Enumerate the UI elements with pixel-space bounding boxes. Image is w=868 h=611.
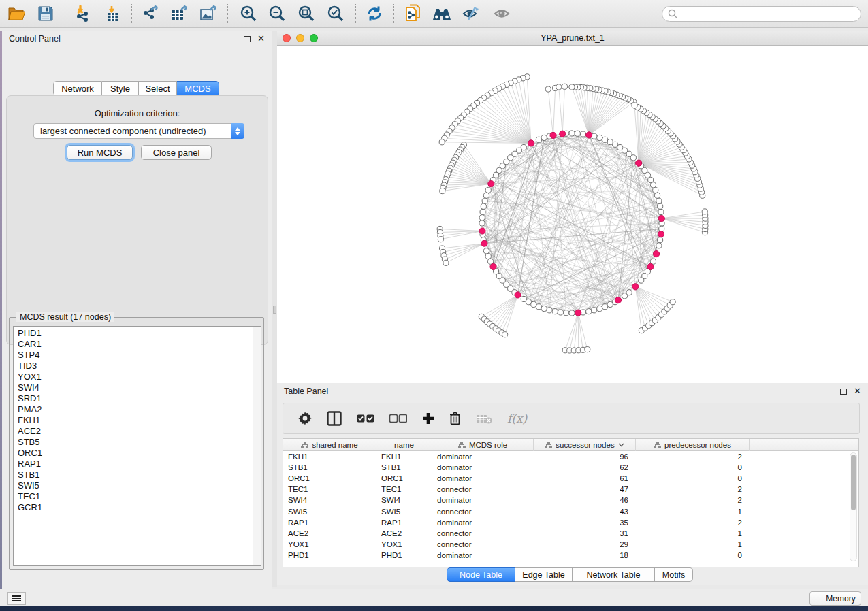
table-row[interactable]: ORC1ORC1dominator610 (283, 473, 858, 484)
graph-node[interactable] (607, 301, 613, 307)
first-neighbors-button[interactable] (430, 3, 453, 24)
result-scrollbar[interactable] (253, 327, 261, 565)
graph-node[interactable] (656, 198, 662, 203)
graph-node[interactable] (483, 193, 489, 198)
graph-node[interactable] (597, 135, 602, 140)
result-list-item[interactable]: SRD1 (18, 393, 42, 404)
mcds-hub-node[interactable] (615, 297, 621, 303)
mcds-hub-node[interactable] (488, 181, 494, 187)
result-list-item[interactable]: STP4 (18, 350, 42, 361)
graph-node[interactable] (658, 203, 663, 209)
tab-select[interactable]: Select (139, 81, 177, 96)
graph-node[interactable] (541, 135, 547, 140)
network-canvas[interactable] (277, 46, 868, 383)
graph-node[interactable] (602, 304, 607, 310)
graph-node[interactable] (558, 310, 563, 315)
mcds-hub-node[interactable] (481, 240, 487, 246)
graph-node[interactable] (482, 198, 487, 203)
network-graph[interactable] (277, 46, 868, 383)
import-network-button[interactable] (72, 3, 95, 24)
mcds-hub-node[interactable] (647, 263, 654, 269)
table-row[interactable]: SWI5SWI5connector431 (283, 506, 858, 516)
graph-leaf-node[interactable] (556, 84, 562, 90)
table-row[interactable]: RAP1RAP1dominator352 (283, 517, 858, 528)
graph-leaf-node[interactable] (439, 139, 445, 145)
result-list-item[interactable]: GCR1 (18, 502, 42, 513)
close-panel-button[interactable]: Close panel (141, 145, 212, 160)
mcds-hub-node[interactable] (575, 310, 581, 316)
export-network-button[interactable] (139, 3, 162, 24)
result-list-item[interactable]: TEC1 (18, 491, 42, 502)
mcds-hub-node[interactable] (658, 231, 664, 237)
save-session-button[interactable] (34, 3, 57, 24)
show-all-button[interactable] (490, 3, 513, 24)
result-list-item[interactable]: PHD1 (18, 328, 42, 339)
result-list-item[interactable]: YOX1 (18, 371, 42, 382)
tab-network[interactable]: Network (53, 81, 102, 96)
table-row[interactable]: PHD1PHD1dominator180 (283, 550, 858, 561)
new-network-from-selection-button[interactable] (402, 3, 425, 24)
result-list-item[interactable]: SWI5 (18, 480, 42, 491)
graph-leaf-node[interactable] (562, 84, 567, 89)
table-row[interactable]: STB1STB1dominator620 (283, 462, 858, 473)
vertical-splitter[interactable] (272, 31, 277, 587)
graph-node[interactable] (626, 290, 632, 295)
scrollbar-thumb[interactable] (851, 455, 856, 510)
export-table-button[interactable] (167, 3, 191, 24)
graph-node[interactable] (526, 299, 531, 305)
open-file-button[interactable] (5, 3, 29, 24)
result-list-item[interactable]: SWI4 (18, 382, 42, 393)
mcds-result-listbox[interactable]: PHD1CAR1STP4TID3YOX1SWI4SRD1PMA2FKH1ACE2… (13, 326, 261, 566)
show-columns-button[interactable] (327, 411, 342, 426)
result-list-item[interactable]: TID3 (18, 361, 42, 371)
graph-leaf-node[interactable] (702, 209, 707, 214)
result-list-item[interactable]: ACE2 (18, 426, 42, 437)
search-input[interactable] (678, 8, 861, 20)
column-header[interactable]: MCDS role (432, 439, 534, 451)
graph-node[interactable] (552, 309, 558, 314)
float-window-icon[interactable] (840, 389, 847, 395)
graph-leaf-node[interactable] (440, 188, 445, 193)
result-list-item[interactable]: CAR1 (18, 339, 42, 350)
tab-node-table[interactable]: Node Table (447, 567, 515, 582)
splitter-grip[interactable] (273, 306, 276, 314)
mcds-hub-node[interactable] (550, 132, 556, 138)
mcds-hub-node[interactable] (635, 160, 641, 166)
zoom-fit-button[interactable] (295, 3, 318, 24)
graph-node[interactable] (481, 203, 486, 209)
table-row[interactable]: SWI4SWI4dominator462 (283, 495, 858, 506)
tab-network-table[interactable]: Network Table (573, 567, 655, 582)
graph-node[interactable] (586, 309, 592, 314)
graph-leaf-node[interactable] (443, 260, 449, 265)
table-row[interactable]: TEC1TEC1connector472 (283, 484, 858, 495)
zoom-in-button[interactable] (237, 3, 260, 24)
graph-leaf-node[interactable] (502, 332, 508, 337)
table-scrollbar[interactable] (850, 452, 857, 561)
export-image-button[interactable] (197, 3, 220, 24)
graph-node[interactable] (650, 182, 656, 188)
graph-leaf-node[interactable] (545, 86, 551, 92)
graph-node[interactable] (536, 137, 541, 142)
graph-node[interactable] (658, 237, 663, 243)
mcds-hub-node[interactable] (586, 132, 592, 138)
result-list-item[interactable]: STB1 (18, 469, 42, 480)
graph-node[interactable] (656, 243, 662, 248)
graph-node[interactable] (592, 308, 597, 313)
float-window-icon[interactable] (244, 36, 251, 42)
graph-node[interactable] (531, 301, 536, 307)
hide-selected-button[interactable] (460, 3, 483, 24)
graph-leaf-node[interactable] (569, 84, 575, 90)
network-window-titlebar[interactable]: YPA_prune.txt_1 (277, 31, 868, 46)
graph-node[interactable] (483, 248, 489, 254)
import-table-button[interactable] (101, 3, 125, 24)
graph-node[interactable] (480, 209, 485, 214)
mcds-hub-node[interactable] (653, 251, 659, 257)
graph-node[interactable] (654, 193, 660, 198)
table-row[interactable]: YOX1YOX1connector291 (283, 539, 858, 550)
tab-edge-table[interactable]: Edge Table (515, 567, 573, 582)
graph-node[interactable] (602, 137, 607, 142)
deselect-all-button[interactable] (389, 414, 407, 423)
graph-node[interactable] (575, 131, 580, 136)
graph-leaf-node[interactable] (585, 347, 590, 352)
graph-leaf-node[interactable] (438, 237, 443, 242)
